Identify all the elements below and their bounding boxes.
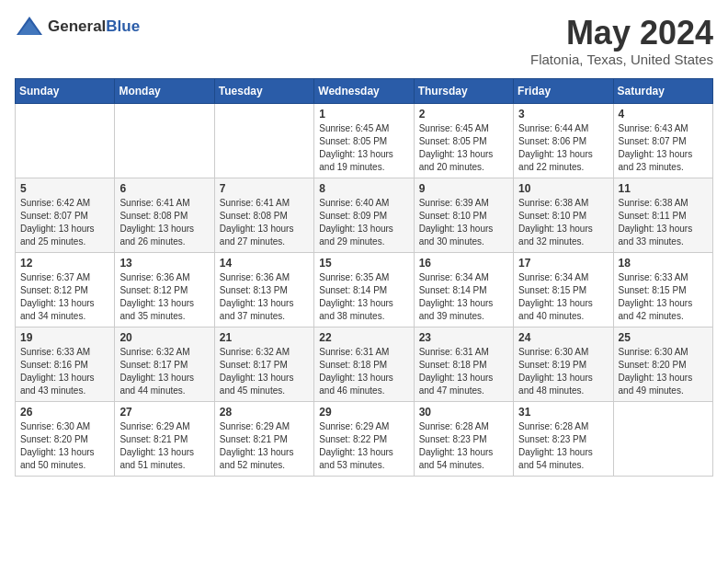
calendar-day-cell: 10Sunrise: 6:38 AM Sunset: 8:10 PM Dayli… [514, 178, 613, 252]
day-number: 22 [319, 331, 408, 344]
day-info: Sunrise: 6:34 AM Sunset: 8:15 PM Dayligh… [518, 271, 608, 323]
calendar-day-cell: 21Sunrise: 6:32 AM Sunset: 8:17 PM Dayli… [214, 327, 313, 401]
calendar-day-cell: 16Sunrise: 6:34 AM Sunset: 8:14 PM Dayli… [414, 252, 513, 327]
day-info: Sunrise: 6:38 AM Sunset: 8:10 PM Dayligh… [518, 197, 608, 248]
day-number: 25 [619, 331, 708, 344]
calendar-day-cell: 20Sunrise: 6:32 AM Sunset: 8:17 PM Dayli… [115, 327, 214, 401]
day-number: 7 [220, 182, 309, 195]
calendar-day-cell: 5Sunrise: 6:42 AM Sunset: 8:07 PM Daylig… [16, 178, 115, 252]
day-number: 29 [319, 406, 408, 419]
day-info: Sunrise: 6:30 AM Sunset: 8:20 PM Dayligh… [20, 420, 109, 472]
calendar-empty-cell [613, 401, 712, 476]
col-header-wednesday: Wednesday [314, 78, 414, 103]
day-info: Sunrise: 6:28 AM Sunset: 8:23 PM Dayligh… [518, 420, 608, 472]
calendar-week-row: 19Sunrise: 6:33 AM Sunset: 8:16 PM Dayli… [16, 327, 713, 401]
calendar-day-cell: 30Sunrise: 6:28 AM Sunset: 8:23 PM Dayli… [414, 401, 513, 476]
day-number: 16 [419, 257, 508, 270]
day-info: Sunrise: 6:29 AM Sunset: 8:22 PM Dayligh… [319, 420, 408, 472]
calendar-day-cell: 13Sunrise: 6:36 AM Sunset: 8:12 PM Dayli… [115, 252, 214, 327]
logo-blue: Blue [106, 17, 140, 35]
calendar-day-cell: 15Sunrise: 6:35 AM Sunset: 8:14 PM Dayli… [314, 252, 414, 327]
day-number: 11 [619, 182, 708, 195]
day-info: Sunrise: 6:41 AM Sunset: 8:08 PM Dayligh… [119, 197, 209, 248]
day-info: Sunrise: 6:35 AM Sunset: 8:14 PM Dayligh… [319, 271, 408, 323]
day-number: 4 [619, 108, 708, 121]
day-info: Sunrise: 6:45 AM Sunset: 8:05 PM Dayligh… [319, 122, 408, 174]
day-info: Sunrise: 6:31 AM Sunset: 8:18 PM Dayligh… [419, 346, 508, 397]
calendar-day-cell: 17Sunrise: 6:34 AM Sunset: 8:15 PM Dayli… [514, 252, 613, 327]
calendar-day-cell: 25Sunrise: 6:30 AM Sunset: 8:20 PM Dayli… [613, 327, 712, 401]
day-number: 3 [518, 108, 608, 121]
day-info: Sunrise: 6:36 AM Sunset: 8:12 PM Dayligh… [119, 271, 209, 323]
col-header-sunday: Sunday [16, 78, 115, 103]
day-info: Sunrise: 6:43 AM Sunset: 8:07 PM Dayligh… [619, 122, 708, 174]
calendar-day-cell: 8Sunrise: 6:40 AM Sunset: 8:09 PM Daylig… [314, 178, 414, 252]
month-title: May 2024 [530, 15, 713, 52]
day-info: Sunrise: 6:37 AM Sunset: 8:12 PM Dayligh… [20, 271, 109, 323]
logo-text: GeneralBlue [48, 17, 140, 36]
day-info: Sunrise: 6:32 AM Sunset: 8:17 PM Dayligh… [119, 346, 209, 397]
day-number: 24 [518, 331, 608, 344]
day-info: Sunrise: 6:32 AM Sunset: 8:17 PM Dayligh… [220, 346, 309, 397]
day-number: 28 [220, 406, 309, 419]
col-header-monday: Monday [115, 78, 214, 103]
calendar-day-cell: 7Sunrise: 6:41 AM Sunset: 8:08 PM Daylig… [214, 178, 313, 252]
calendar-day-cell: 9Sunrise: 6:39 AM Sunset: 8:10 PM Daylig… [414, 178, 513, 252]
calendar-week-row: 26Sunrise: 6:30 AM Sunset: 8:20 PM Dayli… [16, 401, 713, 476]
calendar-day-cell: 6Sunrise: 6:41 AM Sunset: 8:08 PM Daylig… [115, 178, 214, 252]
day-info: Sunrise: 6:38 AM Sunset: 8:11 PM Dayligh… [619, 197, 708, 248]
day-number: 18 [619, 257, 708, 270]
calendar-day-cell: 2Sunrise: 6:45 AM Sunset: 8:05 PM Daylig… [414, 103, 513, 178]
day-info: Sunrise: 6:30 AM Sunset: 8:20 PM Dayligh… [619, 346, 708, 397]
logo: GeneralBlue [15, 15, 140, 39]
calendar-day-cell: 22Sunrise: 6:31 AM Sunset: 8:18 PM Dayli… [314, 327, 414, 401]
day-number: 6 [119, 182, 209, 195]
day-info: Sunrise: 6:29 AM Sunset: 8:21 PM Dayligh… [220, 420, 309, 472]
calendar-day-cell: 1Sunrise: 6:45 AM Sunset: 8:05 PM Daylig… [314, 103, 414, 178]
day-info: Sunrise: 6:33 AM Sunset: 8:15 PM Dayligh… [619, 271, 708, 323]
day-number: 14 [220, 257, 309, 270]
calendar-empty-cell [16, 103, 115, 178]
day-info: Sunrise: 6:34 AM Sunset: 8:14 PM Dayligh… [419, 271, 508, 323]
day-number: 17 [518, 257, 608, 270]
calendar-day-cell: 14Sunrise: 6:36 AM Sunset: 8:13 PM Dayli… [214, 252, 313, 327]
calendar-day-cell: 11Sunrise: 6:38 AM Sunset: 8:11 PM Dayli… [613, 178, 712, 252]
day-number: 27 [119, 406, 209, 419]
day-info: Sunrise: 6:41 AM Sunset: 8:08 PM Dayligh… [220, 197, 309, 248]
day-info: Sunrise: 6:30 AM Sunset: 8:19 PM Dayligh… [518, 346, 608, 397]
day-number: 26 [20, 406, 109, 419]
day-info: Sunrise: 6:33 AM Sunset: 8:16 PM Dayligh… [20, 346, 109, 397]
calendar-day-cell: 19Sunrise: 6:33 AM Sunset: 8:16 PM Dayli… [16, 327, 115, 401]
day-number: 1 [319, 108, 408, 121]
calendar-empty-cell [115, 103, 214, 178]
day-info: Sunrise: 6:28 AM Sunset: 8:23 PM Dayligh… [419, 420, 508, 472]
col-header-tuesday: Tuesday [214, 78, 313, 103]
day-number: 2 [419, 108, 508, 121]
day-number: 15 [319, 257, 408, 270]
calendar-empty-cell [214, 103, 313, 178]
calendar-table: SundayMondayTuesdayWednesdayThursdayFrid… [15, 78, 713, 477]
day-info: Sunrise: 6:29 AM Sunset: 8:21 PM Dayligh… [119, 420, 209, 472]
day-info: Sunrise: 6:44 AM Sunset: 8:06 PM Dayligh… [518, 122, 608, 174]
day-info: Sunrise: 6:45 AM Sunset: 8:05 PM Dayligh… [419, 122, 508, 174]
logo-general: General [48, 17, 106, 35]
day-number: 20 [119, 331, 209, 344]
day-number: 30 [419, 406, 508, 419]
calendar-week-row: 12Sunrise: 6:37 AM Sunset: 8:12 PM Dayli… [16, 252, 713, 327]
calendar-day-cell: 31Sunrise: 6:28 AM Sunset: 8:23 PM Dayli… [514, 401, 613, 476]
calendar-day-cell: 28Sunrise: 6:29 AM Sunset: 8:21 PM Dayli… [214, 401, 313, 476]
calendar-day-cell: 18Sunrise: 6:33 AM Sunset: 8:15 PM Dayli… [613, 252, 712, 327]
location-title: Flatonia, Texas, United States [530, 52, 713, 67]
day-number: 5 [20, 182, 109, 195]
calendar-day-cell: 3Sunrise: 6:44 AM Sunset: 8:06 PM Daylig… [514, 103, 613, 178]
day-info: Sunrise: 6:31 AM Sunset: 8:18 PM Dayligh… [319, 346, 408, 397]
calendar-header-row: SundayMondayTuesdayWednesdayThursdayFrid… [16, 78, 713, 103]
day-number: 23 [419, 331, 508, 344]
day-number: 10 [518, 182, 608, 195]
page-header: GeneralBlue May 2024 Flatonia, Texas, Un… [15, 15, 713, 67]
day-number: 8 [319, 182, 408, 195]
day-info: Sunrise: 6:42 AM Sunset: 8:07 PM Dayligh… [20, 197, 109, 248]
col-header-friday: Friday [514, 78, 613, 103]
day-number: 13 [119, 257, 209, 270]
calendar-day-cell: 27Sunrise: 6:29 AM Sunset: 8:21 PM Dayli… [115, 401, 214, 476]
